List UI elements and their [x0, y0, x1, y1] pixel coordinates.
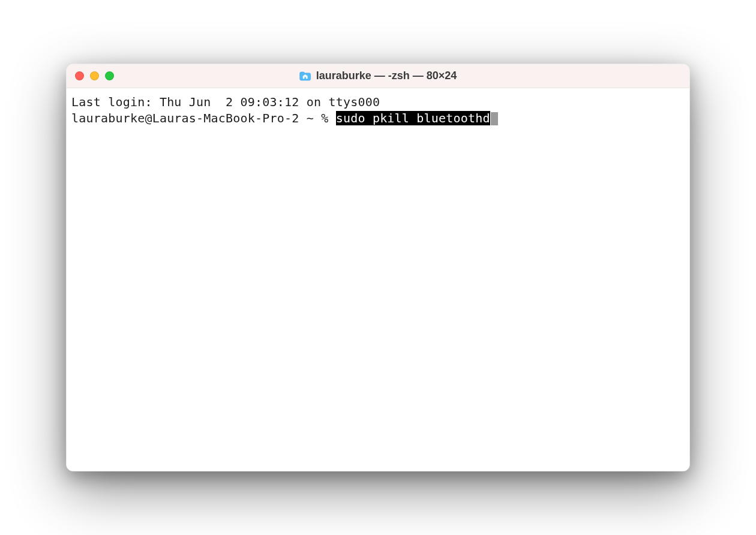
- last-login-line: Last login: Thu Jun 2 09:03:12 on ttys00…: [71, 94, 685, 110]
- prompt-line: lauraburke@Lauras-MacBook-Pro-2 ~ % sudo…: [71, 110, 685, 127]
- window-title: lauraburke — -zsh — 80×24: [316, 70, 457, 82]
- home-folder-icon: [299, 71, 311, 81]
- traffic-lights: [75, 71, 114, 80]
- selected-command[interactable]: sudo pkill bluetoothd: [336, 111, 490, 125]
- text-cursor: [491, 112, 498, 125]
- close-button[interactable]: [75, 71, 84, 80]
- prompt-text: lauraburke@Lauras-MacBook-Pro-2 ~ %: [71, 111, 336, 125]
- titlebar[interactable]: lauraburke — -zsh — 80×24: [67, 64, 689, 88]
- terminal-content[interactable]: Last login: Thu Jun 2 09:03:12 on ttys00…: [67, 88, 689, 471]
- minimize-button[interactable]: [90, 71, 99, 80]
- window-title-wrap: lauraburke — -zsh — 80×24: [299, 70, 457, 82]
- terminal-window: lauraburke — -zsh — 80×24 Last login: Th…: [66, 64, 690, 471]
- zoom-button[interactable]: [105, 71, 114, 80]
